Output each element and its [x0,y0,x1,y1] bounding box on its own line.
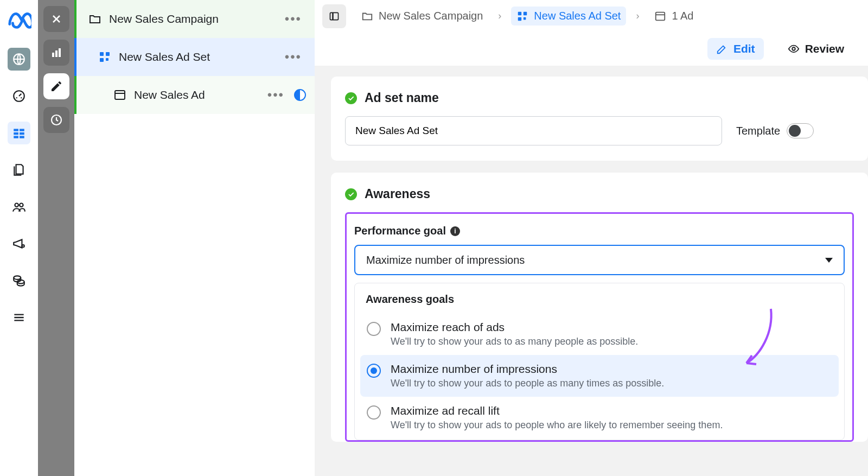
globe-icon[interactable] [8,48,30,71]
structure-tree: New Sales Campaign ••• New Sales Ad Set … [74,0,315,476]
svg-rect-17 [100,52,104,56]
svg-rect-6 [14,136,18,138]
svg-rect-19 [100,58,104,62]
performance-goal-dropdown: Awareness goals Maximize reach of ads We… [354,283,845,440]
svg-rect-7 [20,136,24,138]
status-half-icon [294,89,306,101]
info-icon[interactable]: i [450,226,460,236]
svg-rect-3 [20,129,24,131]
breadcrumb-campaign-label: New Sales Campaign [379,10,483,22]
action-bar: Edit Review [315,32,868,66]
option-title: Maximize ad recall lift [391,404,723,417]
svg-point-10 [22,245,24,247]
svg-rect-21 [115,91,125,99]
option-desc: We'll try to show your ads to people as … [391,378,664,389]
chart-icon[interactable] [43,40,69,66]
option-desc: We'll try to show your ads to as many pe… [391,336,638,347]
option-title: Maximize number of impressions [391,363,664,376]
tree-ad[interactable]: New Sales Ad ••• [74,76,315,114]
history-icon[interactable] [43,107,69,133]
breadcrumb-ad[interactable]: 1 Ad [649,7,699,26]
option-desc: We'll try to show your ads to people who… [391,420,723,431]
more-icon[interactable]: ••• [280,11,306,27]
megaphone-icon[interactable] [8,232,30,255]
more-icon[interactable]: ••• [280,49,306,65]
option-reach[interactable]: Maximize reach of ads We'll try to show … [360,313,839,355]
caret-down-icon [825,258,833,263]
performance-goal-label: Performance goal [354,225,446,237]
svg-rect-4 [14,132,18,135]
breadcrumb-adset-label: New Sales Ad Set [534,10,621,22]
adset-name-card: Ad set name Template [331,77,868,161]
template-label: Template [736,125,780,137]
svg-rect-15 [59,48,61,57]
tree-ad-label: New Sales Ad [134,88,205,101]
more-icon[interactable]: ••• [263,87,289,103]
panel-toggle-button[interactable] [322,4,346,28]
content-scroll: Ad set name Template Awareness [315,66,868,476]
svg-rect-14 [55,50,58,57]
svg-rect-27 [656,12,665,20]
check-icon [345,188,357,200]
dropdown-group-title: Awareness goals [360,291,839,313]
svg-rect-5 [20,132,24,135]
main-panel: New Sales Campaign › New Sales Ad Set › … [315,0,868,476]
breadcrumb-ad-label: 1 Ad [672,10,693,22]
radio-icon [367,322,381,336]
close-button[interactable] [43,6,69,32]
awareness-title: Awareness [365,187,430,201]
meta-logo-icon [7,7,31,34]
svg-rect-13 [52,53,54,57]
chevron-right-icon: › [498,10,501,22]
audience-icon[interactable] [8,195,30,218]
breadcrumb-campaign[interactable]: New Sales Campaign [356,7,488,26]
tree-campaign[interactable]: New Sales Campaign ••• [74,0,315,38]
option-title: Maximize reach of ads [391,321,638,334]
coins-icon[interactable] [8,269,30,292]
menu-icon[interactable] [8,306,30,329]
performance-goal-select[interactable]: Maximize number of impressions [354,245,845,275]
awareness-card: Awareness Performance goal i Maximize nu… [331,173,868,442]
svg-point-9 [20,204,23,207]
template-toggle[interactable] [787,123,814,138]
svg-rect-18 [106,52,110,56]
adset-icon [98,50,111,64]
tree-adset-label: New Sales Ad Set [119,50,210,64]
breadcrumb-bar: New Sales Campaign › New Sales Ad Set › … [315,0,868,32]
edit-button[interactable]: Edit [707,38,764,60]
option-recall[interactable]: Maximize ad recall lift We'll try to sho… [360,397,839,439]
svg-rect-20 [106,58,108,61]
nav-rail [0,0,38,476]
table-grid-icon[interactable] [8,122,30,144]
edit-tool-icon[interactable] [43,73,69,99]
option-impressions[interactable]: Maximize number of impressions We'll try… [360,355,839,397]
gauge-icon[interactable] [8,85,30,107]
review-button-label: Review [805,42,844,55]
folder-icon [88,12,101,26]
chevron-right-icon: › [636,10,639,22]
breadcrumb-adset[interactable]: New Sales Ad Set [511,7,626,26]
svg-rect-26 [524,17,526,20]
performance-goal-selected: Maximize number of impressions [366,254,525,266]
svg-rect-24 [524,11,527,15]
tool-column [38,0,74,476]
documents-icon[interactable] [8,158,30,181]
adset-name-input[interactable] [345,116,722,145]
check-icon [345,92,357,104]
radio-icon [367,364,381,378]
edit-button-label: Edit [733,42,755,55]
review-button[interactable]: Review [779,38,853,60]
tree-adset[interactable]: New Sales Ad Set ••• [74,38,315,76]
svg-point-11 [14,276,21,279]
adset-name-title: Ad set name [365,91,439,105]
svg-point-8 [15,204,18,207]
radio-icon [367,405,381,420]
ad-icon [113,88,126,101]
svg-rect-2 [14,129,18,131]
tree-campaign-label: New Sales Campaign [109,12,219,26]
svg-point-28 [792,47,795,50]
svg-rect-25 [518,17,521,20]
svg-rect-22 [330,12,339,20]
svg-rect-23 [518,11,521,15]
performance-goal-highlight: Performance goal i Maximize number of im… [345,212,854,442]
